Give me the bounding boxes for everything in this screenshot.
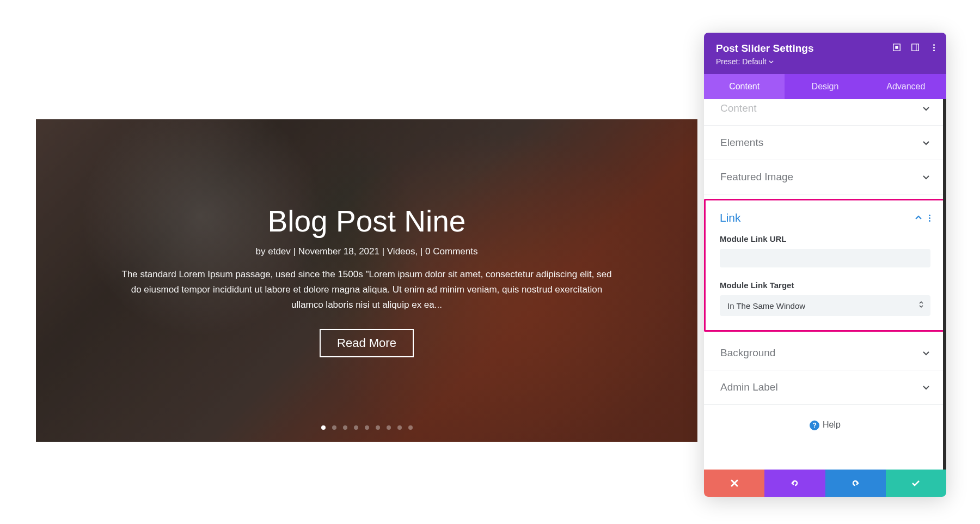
chevron-down-icon bbox=[922, 383, 930, 391]
chevron-down-icon bbox=[922, 173, 930, 181]
section-title: Featured Image bbox=[720, 171, 793, 183]
slider-dot[interactable] bbox=[408, 425, 413, 430]
slider-dot[interactable] bbox=[343, 425, 347, 430]
section-link-highlighted: Link Module Link URL Module Link Target … bbox=[704, 199, 946, 332]
section-title: Elements bbox=[720, 137, 763, 149]
chevron-up-icon[interactable] bbox=[915, 214, 922, 222]
help-label: Help bbox=[823, 420, 841, 429]
slider-dot[interactable] bbox=[365, 425, 369, 430]
slider-content: Blog Post Nine by etdev | November 18, 2… bbox=[36, 119, 697, 442]
slider-dot[interactable] bbox=[397, 425, 402, 430]
save-button[interactable] bbox=[886, 470, 946, 497]
tab-advanced[interactable]: Advanced bbox=[866, 74, 946, 99]
undo-button[interactable] bbox=[764, 470, 825, 497]
preset-label: Preset: Default bbox=[716, 57, 767, 66]
link-target-select[interactable]: In The Same Window bbox=[720, 295, 930, 316]
section-link-header[interactable]: Link bbox=[720, 211, 930, 224]
field-label-link-target: Module Link Target bbox=[720, 281, 930, 290]
section-title: Content bbox=[720, 102, 757, 114]
section-background[interactable]: Background bbox=[704, 336, 946, 370]
help-button[interactable]: ?Help bbox=[704, 405, 946, 441]
link-url-input[interactable] bbox=[720, 249, 930, 267]
settings-panel: Post Slider Settings Preset: Default Con… bbox=[704, 33, 946, 497]
panel-header: Post Slider Settings Preset: Default bbox=[704, 33, 946, 74]
preset-selector[interactable]: Preset: Default bbox=[716, 57, 774, 66]
tab-design[interactable]: Design bbox=[785, 74, 865, 99]
more-options-icon[interactable] bbox=[929, 215, 930, 222]
expand-icon[interactable] bbox=[892, 42, 902, 52]
slider-description: The standard Lorem Ipsum passage, used s… bbox=[119, 267, 615, 313]
section-title: Background bbox=[720, 347, 775, 359]
slider-pagination bbox=[36, 425, 697, 430]
slider-preview: Blog Post Nine by etdev | November 18, 2… bbox=[36, 119, 697, 442]
slider-meta: by etdev | November 18, 2021 | Videos, |… bbox=[256, 246, 478, 257]
more-menu-icon[interactable] bbox=[929, 42, 939, 52]
snap-icon[interactable] bbox=[910, 42, 920, 52]
section-content[interactable]: Content bbox=[704, 99, 946, 126]
slider-dot[interactable] bbox=[376, 425, 380, 430]
chevron-down-icon bbox=[922, 105, 930, 112]
panel-header-actions bbox=[892, 42, 939, 52]
section-title: Admin Label bbox=[720, 381, 778, 393]
svg-rect-1 bbox=[895, 46, 898, 48]
panel-body[interactable]: Content Elements Featured Image Link bbox=[704, 99, 946, 470]
section-featured-image[interactable]: Featured Image bbox=[704, 160, 946, 194]
svg-rect-2 bbox=[912, 44, 918, 51]
chevron-down-icon bbox=[769, 59, 774, 64]
field-label-link-url: Module Link URL bbox=[720, 234, 930, 243]
slider-dot[interactable] bbox=[354, 425, 358, 430]
chevron-down-icon bbox=[922, 349, 930, 357]
slider-dot[interactable] bbox=[387, 425, 391, 430]
read-more-button[interactable]: Read More bbox=[320, 329, 414, 357]
section-elements[interactable]: Elements bbox=[704, 126, 946, 160]
cancel-button[interactable] bbox=[704, 470, 764, 497]
panel-tabs: Content Design Advanced bbox=[704, 74, 946, 99]
redo-button[interactable] bbox=[825, 470, 886, 497]
section-admin-label[interactable]: Admin Label bbox=[704, 370, 946, 405]
tab-content[interactable]: Content bbox=[704, 74, 785, 99]
slider-title: Blog Post Nine bbox=[268, 204, 466, 239]
slider-dot[interactable] bbox=[332, 425, 336, 430]
help-icon: ? bbox=[810, 421, 819, 430]
slider-dot[interactable] bbox=[321, 425, 326, 430]
chevron-down-icon bbox=[922, 139, 930, 147]
panel-footer bbox=[704, 470, 946, 497]
section-title: Link bbox=[720, 211, 741, 224]
